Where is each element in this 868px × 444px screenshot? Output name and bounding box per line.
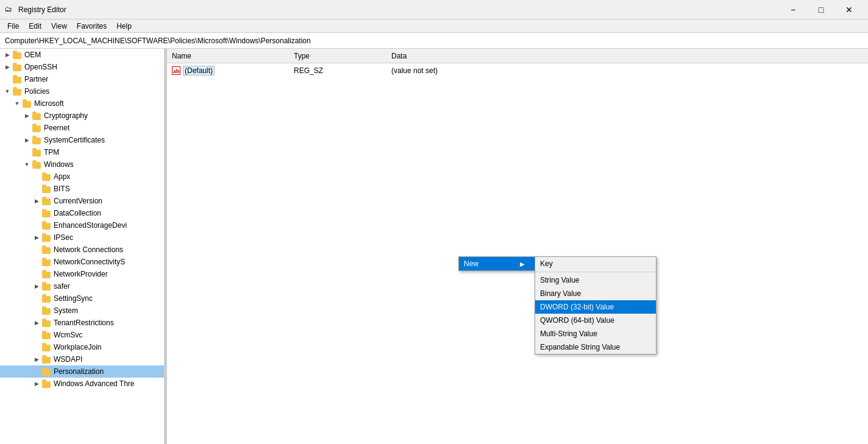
- folder-icon-currentversion: [41, 197, 51, 205]
- tree-item-networkprovider[interactable]: NetworkProvider: [0, 268, 164, 280]
- toggle-oem[interactable]: [2, 50, 12, 60]
- submenu-item-multi-string[interactable]: Multi-String Value: [535, 327, 656, 340]
- menu-file[interactable]: File: [2, 21, 24, 32]
- submenu-item-dword[interactable]: DWORD (32-bit) Value: [535, 300, 656, 314]
- tree-panel[interactable]: OEM OpenSSH Partner Policies Microsoft: [0, 49, 165, 444]
- window-controls: − □ ✕: [779, 0, 863, 19]
- title-bar-text: Registry Editor: [18, 5, 779, 14]
- folder-icon-openssh: [12, 63, 22, 71]
- parent-context-menu: New ▶: [458, 256, 538, 271]
- folder-icon-tenantrestrictions: [41, 319, 51, 327]
- menu-view[interactable]: View: [46, 21, 72, 32]
- maximize-button[interactable]: □: [807, 0, 835, 19]
- submenu-item-expandable-string[interactable]: Expandable String Value: [535, 340, 656, 354]
- label-windows: Windows: [44, 160, 74, 169]
- minimize-button[interactable]: −: [779, 0, 807, 19]
- label-policies: Policies: [24, 87, 49, 96]
- submenu-item-qword[interactable]: QWORD (64-bit) Value: [535, 314, 656, 327]
- toggle-ipsec[interactable]: [32, 233, 41, 242]
- tree-item-networkconnectivitys[interactable]: NetworkConnectivityS: [0, 256, 164, 268]
- label-enhancedstorage: EnhancedStorageDevi: [54, 221, 127, 230]
- label-personalization: Personalization: [54, 367, 104, 376]
- label-peernet: Peernet: [44, 124, 69, 132]
- tree-item-personalization[interactable]: Personalization: [0, 365, 164, 378]
- folder-icon-microsoft: [22, 99, 32, 108]
- tree-item-peernet[interactable]: Peernet: [0, 122, 164, 134]
- toggle-safer[interactable]: [32, 281, 41, 291]
- title-bar: 🗂 Registry Editor − □ ✕: [0, 0, 868, 19]
- label-datacollection: DataCollection: [54, 209, 101, 217]
- close-button[interactable]: ✕: [835, 0, 863, 19]
- tree-item-policies[interactable]: Policies: [0, 85, 164, 97]
- submenu-item-binary-value[interactable]: Binary Value: [535, 287, 656, 300]
- label-partner: Partner: [24, 75, 48, 83]
- folder-icon-enhancedstorage: [41, 221, 51, 230]
- tree-item-safer[interactable]: safer: [0, 280, 164, 292]
- label-bits: BITS: [54, 185, 70, 193]
- tree-item-systemcertificates[interactable]: SystemCertificates: [0, 134, 164, 146]
- main-layout: OEM OpenSSH Partner Policies Microsoft: [0, 49, 868, 444]
- tree-item-oem[interactable]: OEM: [0, 49, 164, 61]
- tree-item-windowsadvanced[interactable]: Windows Advanced Thre: [0, 378, 164, 390]
- label-safer: safer: [54, 282, 70, 291]
- folder-icon-ipsec: [41, 233, 51, 242]
- submenu-multistring-label: Multi-String Value: [540, 329, 597, 338]
- tree-item-tenantrestrictions[interactable]: TenantRestrictions: [0, 317, 164, 329]
- toggle-policies[interactable]: [2, 86, 12, 96]
- folder-icon-appx: [41, 172, 51, 181]
- folder-icon-networkconnections: [41, 245, 51, 254]
- tree-item-windows[interactable]: Windows: [0, 158, 164, 171]
- submenu: Key String Value Binary Value DWORD (32-…: [535, 256, 656, 354]
- tree-item-wsdapi[interactable]: WSDAPI: [0, 353, 164, 365]
- label-tenantrestrictions: TenantRestrictions: [54, 319, 114, 327]
- toggle-cryptography[interactable]: [22, 111, 32, 121]
- folder-icon-system: [41, 306, 51, 315]
- tree-item-bits[interactable]: BITS: [0, 183, 164, 195]
- tree-item-workplacejoin[interactable]: WorkplaceJoin: [0, 341, 164, 353]
- tree-item-partner[interactable]: Partner: [0, 73, 164, 85]
- submenu-item-string-value[interactable]: String Value: [535, 273, 656, 287]
- tree-item-wcmsvc[interactable]: WcmSvc: [0, 329, 164, 341]
- menu-edit[interactable]: Edit: [24, 21, 46, 32]
- toggle-microsoft[interactable]: [12, 99, 22, 108]
- submenu-item-key[interactable]: Key: [535, 257, 656, 270]
- toggle-windowsadvanced[interactable]: [32, 379, 41, 389]
- tree-item-settingsync[interactable]: SettingSync: [0, 292, 164, 305]
- tree-item-datacollection[interactable]: DataCollection: [0, 207, 164, 219]
- folder-icon-windowsadvanced: [41, 379, 51, 388]
- toggle-windows[interactable]: [22, 160, 32, 169]
- folder-icon-personalization: [41, 367, 51, 376]
- toggle-currentversion[interactable]: [32, 196, 41, 206]
- submenu-dword-label: DWORD (32-bit) Value: [540, 303, 614, 311]
- tree-item-ipsec[interactable]: IPSec: [0, 231, 164, 244]
- tree-item-system[interactable]: System: [0, 305, 164, 317]
- tree-item-currentversion[interactable]: CurrentVersion: [0, 195, 164, 207]
- label-systemcertificates: SystemCertificates: [44, 136, 105, 144]
- toggle-systemcertificates[interactable]: [22, 135, 32, 145]
- label-networkconnectivitys: NetworkConnectivityS: [54, 258, 125, 266]
- tree-item-openssh[interactable]: OpenSSH: [0, 61, 164, 73]
- folder-icon-settingsync: [41, 294, 51, 303]
- tree-item-enhancedstorage[interactable]: EnhancedStorageDevi: [0, 219, 164, 231]
- label-networkconnections: Network Connections: [54, 245, 123, 254]
- toggle-tenantrestrictions[interactable]: [32, 318, 41, 328]
- tree-item-microsoft[interactable]: Microsoft: [0, 97, 164, 110]
- tree-item-cryptography[interactable]: Cryptography: [0, 110, 164, 122]
- menu-favorites[interactable]: Favorites: [72, 21, 112, 32]
- label-networkprovider: NetworkProvider: [54, 270, 108, 278]
- submenu-arrow: ▶: [520, 261, 525, 267]
- folder-icon-cryptography: [32, 111, 41, 120]
- address-path[interactable]: Computer\HKEY_LOCAL_MACHINE\SOFTWARE\Pol…: [2, 35, 866, 46]
- folder-icon-oem: [12, 51, 22, 59]
- menu-help[interactable]: Help: [112, 21, 137, 32]
- tree-item-networkconnections[interactable]: Network Connections: [0, 244, 164, 256]
- toggle-wsdapi[interactable]: [32, 354, 41, 364]
- toggle-openssh[interactable]: [2, 62, 12, 72]
- label-settingsync: SettingSync: [54, 294, 93, 303]
- submenu-string-label: String Value: [540, 276, 579, 284]
- folder-icon-systemcertificates: [32, 136, 41, 144]
- tree-item-tpm[interactable]: TPM: [0, 146, 164, 158]
- menu-item-new[interactable]: New ▶: [459, 257, 537, 270]
- submenu-qword-label: QWORD (64-bit) Value: [540, 316, 614, 325]
- tree-item-appx[interactable]: Appx: [0, 171, 164, 183]
